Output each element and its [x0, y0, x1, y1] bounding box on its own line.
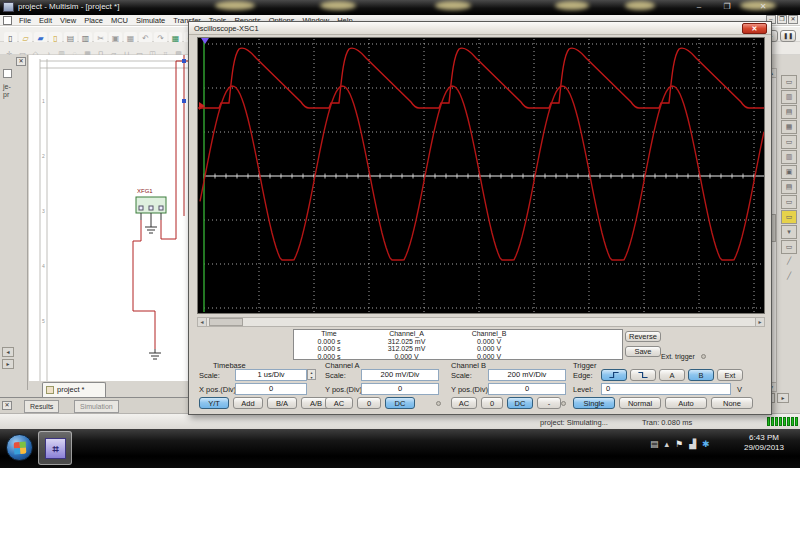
ext-trigger-indicator[interactable] — [701, 354, 706, 359]
measurements-header-cell: Channel_B — [449, 330, 529, 338]
sheet-tab[interactable]: project * — [42, 382, 106, 397]
measurement-cell: 0.000 V — [449, 338, 529, 346]
display-scrollbar[interactable]: ◄ ► — [197, 317, 765, 327]
mdi-close-button[interactable]: ✕ — [788, 15, 798, 24]
instrument-button-9[interactable]: ▭ — [781, 210, 797, 224]
timebase-mode-add[interactable]: Add — [233, 397, 263, 409]
updates-tray-icon[interactable]: ✱ — [702, 439, 710, 449]
menu-item-simulate[interactable]: Simulate — [132, 15, 169, 26]
menu-item-place[interactable]: Place — [80, 15, 107, 26]
pause-simulation-button[interactable]: ❚❚ — [780, 30, 796, 42]
trigger-mode-single[interactable]: Single — [573, 397, 615, 409]
measurement-cell: 0.000 s — [294, 338, 364, 346]
taskbar-clock[interactable]: 6:43 PM 29/09/2013 — [731, 433, 797, 453]
timebase-scale-spinner[interactable]: ▴▾ — [307, 369, 316, 380]
trigger-mode-auto[interactable]: Auto — [665, 397, 707, 409]
maximize-button[interactable]: ❐ — [716, 1, 738, 13]
timebase-mode-ba[interactable]: B/A — [267, 397, 297, 409]
ground-symbol[interactable] — [149, 349, 161, 359]
trigger-level-input[interactable]: 0 — [601, 383, 731, 395]
minimize-button[interactable]: – — [688, 1, 710, 13]
instrument-button-7[interactable]: ▤ — [781, 180, 797, 194]
instrument-button-0[interactable]: ▭ — [781, 75, 797, 89]
trigger-mode-normal[interactable]: Normal — [619, 397, 661, 409]
measurement-cell: 0.000 V — [364, 353, 449, 361]
channel-b-coupling-dc[interactable]: DC — [507, 397, 533, 409]
channel-a-coupling-ac[interactable]: AC — [325, 397, 353, 409]
menu-item-mcu[interactable]: MCU — [107, 15, 132, 26]
oscilloscope-close-button[interactable]: ✕ — [742, 23, 767, 34]
measurement-cell: 0.000 s — [294, 345, 364, 353]
channel-a-coupling-0[interactable]: 0 — [357, 397, 381, 409]
mdi-restore-button[interactable]: ❐ — [777, 15, 787, 24]
instruments-toolbar: ▭▥▤▦▭▥▣▤▭▭▾▭╱╱ — [781, 74, 799, 285]
show-hidden-icons[interactable]: ▴ — [665, 439, 670, 449]
channel-b-indicator — [561, 401, 566, 406]
channel-b-scale-label: Scale: — [451, 371, 472, 380]
menu-item-edit[interactable]: Edit — [35, 15, 56, 26]
timebase-mode-yt[interactable]: Y/T — [199, 397, 229, 409]
instrument-button-2[interactable]: ▤ — [781, 105, 797, 119]
trigger-edge-ext[interactable]: Ext — [717, 369, 743, 381]
trigger-edge-fall-edge-icon-button[interactable] — [630, 369, 656, 381]
scroll-left-button[interactable]: ◄ — [198, 318, 207, 326]
printer-tray-icon[interactable]: ▤ — [650, 439, 659, 449]
wire[interactable] — [133, 220, 155, 349]
oscilloscope-window[interactable]: Oscilloscope-XSC1 ✕ ◄ ► T1◄►T2◄►T2-T1 Ti… — [188, 21, 772, 415]
channel-a-ypos-input[interactable]: 0 — [361, 383, 439, 395]
schematic-drawing: 12345 XFG1 — [29, 55, 188, 381]
instrument-button-4[interactable]: ▭ — [781, 135, 797, 149]
trigger-mode-none[interactable]: None — [711, 397, 753, 409]
channel-b-scale-input[interactable]: 200 mV/Div — [488, 369, 566, 381]
channel-b-ypos-input[interactable]: 0 — [488, 383, 566, 395]
scroll-left-button[interactable]: ◄ — [2, 347, 14, 357]
instrument-button-13[interactable]: ╱ — [781, 270, 797, 284]
trigger-mode-buttons: SingleNormalAutoNone — [573, 397, 753, 409]
trigger-edge-rise-edge-icon-button[interactable] — [601, 369, 627, 381]
scroll-right-button[interactable]: ► — [2, 359, 14, 369]
component-refdes[interactable]: XFG1 — [137, 188, 153, 194]
reverse-button[interactable]: Reverse — [625, 331, 661, 342]
trigger-edge-label: Edge: — [573, 371, 593, 380]
instrument-button-8[interactable]: ▭ — [781, 195, 797, 209]
channel-b-coupling-[interactable]: - — [537, 397, 561, 409]
activity-block — [783, 417, 786, 426]
action-center-icon[interactable]: ⚑ — [675, 439, 683, 449]
close-button[interactable]: ✕ — [752, 1, 774, 13]
oscilloscope-titlebar[interactable]: Oscilloscope-XSC1 — [189, 22, 771, 35]
scroll-right-button[interactable]: ► — [755, 318, 764, 326]
instrument-button-11[interactable]: ▭ — [781, 240, 797, 254]
channel-b-coupling-0[interactable]: 0 — [481, 397, 503, 409]
instrument-button-6[interactable]: ▣ — [781, 165, 797, 179]
instrument-button-1[interactable]: ▥ — [781, 90, 797, 104]
channel-a-title: Channel A — [325, 361, 360, 370]
ground-symbol[interactable] — [145, 220, 157, 233]
channel-a-coupling-dc[interactable]: DC — [385, 397, 415, 409]
tab-simulation[interactable]: Simulation — [74, 400, 119, 413]
timebase-scale-input[interactable]: 1 us/Div — [235, 369, 307, 381]
close-toolbox-button[interactable]: ✕ — [16, 57, 26, 66]
menu-item-file[interactable]: File — [15, 15, 35, 26]
close-spreadsheet-button[interactable]: ✕ — [2, 401, 12, 410]
network-icon[interactable]: ▟ — [689, 439, 696, 449]
start-button[interactable] — [6, 434, 33, 461]
instrument-button-12[interactable]: ╱ — [781, 255, 797, 269]
trigger-time-marker[interactable] — [201, 38, 209, 44]
function-generator-component[interactable] — [136, 197, 166, 213]
trigger-edge-a[interactable]: A — [659, 369, 685, 381]
instrument-button-5[interactable]: ▥ — [781, 150, 797, 164]
window-titlebar: project - Multisim - [project *] – ❐ ✕ — [0, 0, 800, 15]
menu-item-view[interactable]: View — [56, 15, 80, 26]
tab-results[interactable]: Results — [24, 400, 59, 413]
titlebar-glare — [625, 1, 655, 10]
channel-b-coupling-ac[interactable]: AC — [451, 397, 477, 409]
timebase-xpos-input[interactable]: 0 — [235, 383, 307, 395]
save-button[interactable]: Save — [625, 346, 661, 357]
scrollbar-thumb[interactable] — [209, 318, 243, 326]
instrument-button-3[interactable]: ▦ — [781, 120, 797, 134]
hscroll-right-button[interactable]: ► — [777, 393, 789, 403]
taskbar-multisim-button[interactable]: ⌗ — [38, 431, 72, 465]
instrument-button-10[interactable]: ▾ — [781, 225, 797, 239]
channel-a-scale-input[interactable]: 200 mV/Div — [361, 369, 439, 381]
trigger-edge-b[interactable]: B — [688, 369, 714, 381]
